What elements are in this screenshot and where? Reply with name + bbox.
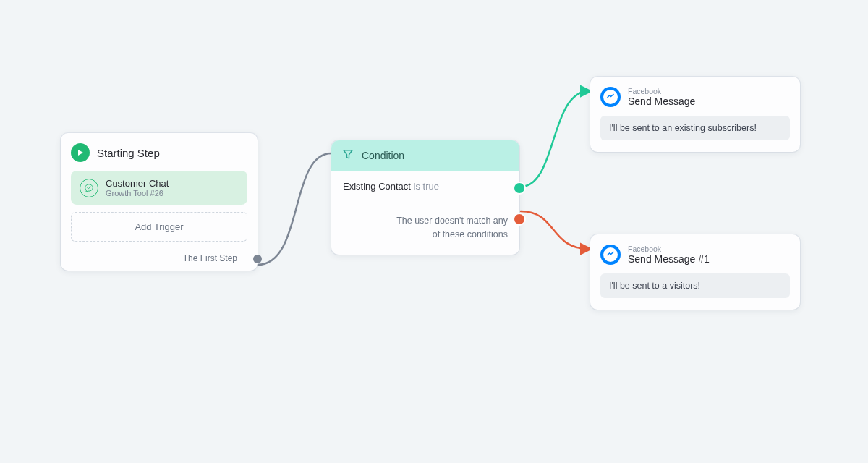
condition-header: Condition <box>331 140 519 171</box>
messenger-icon <box>600 245 621 265</box>
trigger-subtitle: Growth Tool #26 <box>106 189 169 197</box>
starting-step-out-port[interactable] <box>253 255 262 263</box>
send-message-node-b[interactable]: Facebook Send Message #1 I'll be sent to… <box>590 234 800 310</box>
trigger-customer-chat[interactable]: Customer Chat Growth Tool #26 <box>71 171 247 205</box>
condition-field: Existing Contact <box>343 181 411 192</box>
messenger-icon <box>600 87 621 107</box>
starting-step-title: Starting Step <box>97 147 160 159</box>
message-a-titles: Facebook Send Message <box>628 87 695 107</box>
condition-false-port[interactable] <box>514 214 524 224</box>
condition-node[interactable]: Condition Existing Contact is true The u… <box>331 140 519 255</box>
condition-nomatch-line1: The user doesn't match any <box>343 214 508 228</box>
message-b-title: Send Message #1 <box>628 253 710 265</box>
condition-suffix: is true <box>414 181 439 192</box>
condition-true-port[interactable] <box>514 183 524 193</box>
chat-bubble-icon <box>80 179 98 197</box>
condition-nomatch-line2: of these conditions <box>343 228 508 242</box>
starting-step-node[interactable]: Starting Step Customer Chat Growth Tool … <box>61 133 258 271</box>
message-a-channel: Facebook <box>628 87 695 95</box>
play-icon <box>71 143 90 162</box>
trigger-text: Customer Chat Growth Tool #26 <box>106 178 169 197</box>
message-a-title: Send Message <box>628 95 695 107</box>
condition-branch-false[interactable]: The user doesn't match any of these cond… <box>331 205 519 255</box>
trigger-name: Customer Chat <box>106 178 169 189</box>
condition-branch-true[interactable]: Existing Contact is true <box>331 171 519 205</box>
send-message-node-a[interactable]: Facebook Send Message I'll be sent to an… <box>590 77 800 152</box>
starting-step-header: Starting Step <box>71 143 247 162</box>
message-a-body: I'll be sent to an existing subscribers! <box>600 116 790 140</box>
message-b-titles: Facebook Send Message #1 <box>628 245 710 265</box>
first-step-label: The First Step <box>183 253 237 263</box>
add-trigger-button[interactable]: Add Trigger <box>71 212 247 242</box>
condition-title: Condition <box>362 150 404 161</box>
message-b-body: I'll be sent to a visitors! <box>600 273 790 298</box>
filter-icon <box>341 148 354 163</box>
message-b-channel: Facebook <box>628 245 710 253</box>
message-a-header: Facebook Send Message <box>600 87 790 107</box>
message-b-header: Facebook Send Message #1 <box>600 245 790 265</box>
